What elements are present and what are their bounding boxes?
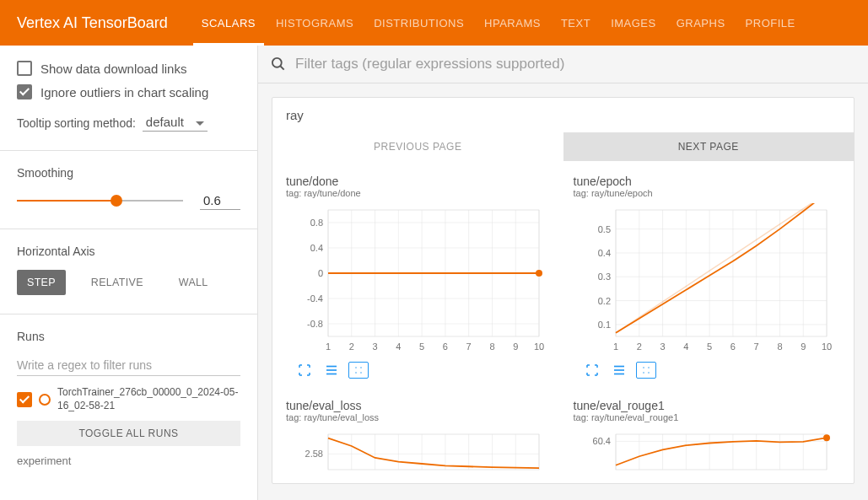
- chart-tag: tag: ray/tune/eval_loss: [286, 412, 553, 422]
- chart-cell: tune/eval_rouge1tag: ray/tune/eval_rouge…: [574, 399, 841, 470]
- svg-text:0.2: 0.2: [597, 296, 610, 306]
- svg-point-39: [355, 372, 357, 374]
- tooltip-sorting-select[interactable]: default: [143, 115, 208, 132]
- axis-button-group: STEPRELATIVEWALL: [17, 270, 240, 295]
- svg-text:5: 5: [707, 341, 712, 352]
- svg-text:0.5: 0.5: [597, 224, 610, 234]
- slider-thumb[interactable]: [111, 195, 122, 207]
- run-radio[interactable]: [39, 394, 51, 406]
- smoothing-heading: Smoothing: [17, 166, 240, 180]
- svg-point-0: [272, 58, 282, 67]
- run-checkbox[interactable]: [17, 392, 32, 407]
- tab-images[interactable]: IMAGES: [611, 0, 656, 46]
- svg-text:0: 0: [318, 268, 323, 278]
- expand-icon[interactable]: [294, 362, 315, 379]
- svg-text:4: 4: [396, 341, 401, 352]
- smoothing-input[interactable]: [200, 191, 240, 210]
- chart-plot[interactable]: 60.4: [574, 427, 835, 470]
- tab-text[interactable]: TEXT: [561, 0, 590, 46]
- svg-text:8: 8: [489, 341, 494, 352]
- fit-icon[interactable]: [348, 362, 369, 379]
- chart-tag: tag: ray/tune/eval_rouge1: [574, 412, 841, 422]
- experiment-label: experiment: [17, 454, 240, 467]
- svg-point-78: [648, 372, 650, 374]
- tab-distributions[interactable]: DISTRIBUTIONS: [374, 0, 464, 46]
- toggle-all-runs-button[interactable]: TOGGLE ALL RUNS: [17, 421, 240, 446]
- chart-title: tune/eval_loss: [286, 399, 553, 412]
- chart-svg: 60.4: [574, 427, 835, 488]
- category-header[interactable]: ray: [272, 98, 854, 132]
- chart-plot[interactable]: 123456789100.10.20.30.40.5: [574, 203, 835, 355]
- next-page-button[interactable]: NEXT PAGE: [563, 132, 855, 161]
- ignore-outliers-checkbox[interactable]: Ignore outliers in chart scaling: [17, 84, 240, 99]
- svg-point-33: [536, 270, 542, 277]
- list-icon[interactable]: [609, 362, 629, 379]
- chart-plot[interactable]: 2.58: [286, 427, 547, 470]
- chart-tag: tag: ray/tune/done: [286, 188, 553, 198]
- svg-text:5: 5: [419, 341, 424, 352]
- tag-filter-input[interactable]: [295, 56, 856, 73]
- tooltip-sorting-label: Tooltip sorting method:: [17, 116, 136, 130]
- chart-toolbar: [286, 362, 553, 379]
- svg-text:-0.4: -0.4: [307, 293, 323, 304]
- svg-text:0.3: 0.3: [597, 272, 610, 282]
- horizontal-axis-heading: Horizontal Axis: [17, 245, 240, 258]
- svg-text:2: 2: [636, 341, 641, 352]
- svg-text:-0.8: -0.8: [307, 319, 323, 329]
- svg-point-77: [643, 372, 644, 374]
- fit-icon[interactable]: [636, 362, 656, 379]
- chart-title: tune/eval_rouge1: [574, 399, 841, 412]
- axis-step-button[interactable]: STEP: [17, 270, 66, 295]
- tab-histograms[interactable]: HISTOGRAMS: [276, 0, 353, 46]
- axis-relative-button[interactable]: RELATIVE: [81, 270, 154, 295]
- svg-text:7: 7: [753, 341, 758, 352]
- tab-hparams[interactable]: HPARAMS: [484, 0, 541, 46]
- chart-cell: tune/donetag: ray/tune/done12345678910-0…: [286, 175, 553, 379]
- app-header: Vertex AI TensorBoard SCALARSHISTOGRAMSD…: [0, 0, 868, 46]
- main-panel: ray PREVIOUS PAGE NEXT PAGE tune/donetag…: [258, 46, 868, 500]
- svg-point-40: [360, 372, 362, 374]
- list-icon[interactable]: [321, 362, 342, 379]
- svg-text:6: 6: [730, 341, 735, 352]
- axis-wall-button[interactable]: WALL: [169, 270, 218, 295]
- svg-text:0.4: 0.4: [597, 248, 610, 258]
- svg-point-105: [823, 434, 830, 441]
- checkbox-icon: [17, 61, 32, 76]
- svg-text:10: 10: [534, 341, 544, 352]
- svg-text:6: 6: [443, 341, 448, 352]
- svg-text:8: 8: [777, 341, 782, 352]
- svg-rect-92: [616, 434, 827, 470]
- pager: PREVIOUS PAGE NEXT PAGE: [272, 132, 854, 161]
- expand-icon[interactable]: [582, 362, 602, 379]
- run-name: TorchTrainer_276cb_00000_0_2024-05-16_02…: [57, 386, 240, 412]
- svg-text:3: 3: [372, 341, 377, 352]
- svg-text:60.4: 60.4: [592, 436, 610, 446]
- svg-text:9: 9: [801, 341, 806, 352]
- runs-filter-input[interactable]: [17, 355, 240, 376]
- chart-cell: tune/eval_losstag: ray/tune/eval_loss2.5…: [286, 399, 553, 470]
- svg-text:2.58: 2.58: [305, 449, 323, 459]
- svg-point-75: [643, 367, 644, 368]
- svg-text:0.8: 0.8: [310, 218, 323, 228]
- smoothing-slider[interactable]: [17, 192, 183, 209]
- tab-scalars[interactable]: SCALARS: [202, 0, 256, 46]
- svg-point-38: [360, 367, 362, 368]
- search-icon: [270, 56, 287, 73]
- svg-text:9: 9: [513, 341, 518, 352]
- svg-text:0.4: 0.4: [310, 243, 323, 253]
- previous-page-button[interactable]: PREVIOUS PAGE: [272, 132, 563, 161]
- svg-line-1: [281, 67, 284, 70]
- chart-plot[interactable]: 12345678910-0.8-0.400.40.8: [286, 203, 547, 355]
- chart-toolbar: [574, 362, 841, 379]
- tab-graphs[interactable]: GRAPHS: [677, 0, 725, 46]
- chart-tag: tag: ray/tune/epoch: [574, 188, 841, 198]
- show-download-checkbox[interactable]: Show data download links: [17, 61, 240, 76]
- chart-svg: 2.58: [286, 427, 547, 488]
- app-title: Vertex AI TensorBoard: [17, 14, 168, 32]
- run-item[interactable]: TorchTrainer_276cb_00000_0_2024-05-16_02…: [17, 386, 240, 412]
- checkbox-icon: [17, 84, 32, 99]
- tag-filter-row: [258, 46, 868, 83]
- tab-profile[interactable]: PROFILE: [746, 0, 795, 46]
- svg-text:10: 10: [821, 341, 831, 352]
- svg-text:1: 1: [326, 341, 331, 352]
